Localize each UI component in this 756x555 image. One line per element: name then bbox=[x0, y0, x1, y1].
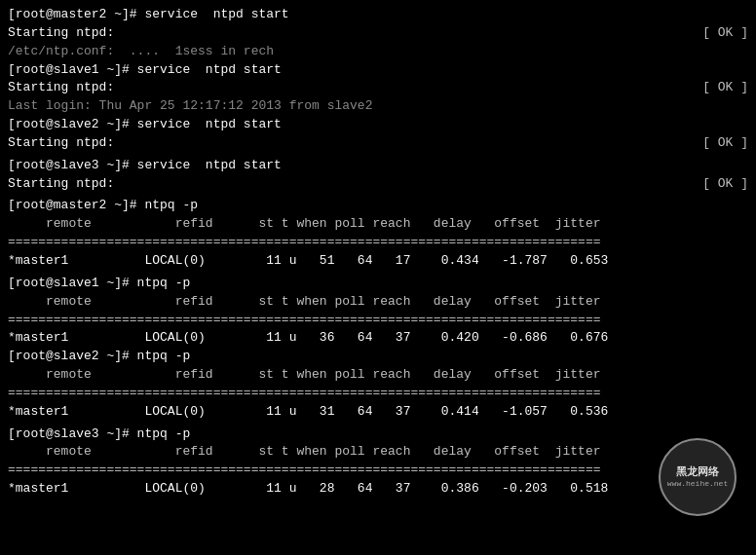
ntpq-header: remote refid st t when poll reach delay … bbox=[8, 293, 748, 312]
terminal-window: [root@master2 ~]# service ntpd start Sta… bbox=[0, 0, 756, 555]
output-text: Starting ntpd: bbox=[8, 175, 456, 194]
terminal-line: [root@slave2 ~]# service ntpd start bbox=[8, 116, 748, 134]
ntpq-header: remote refid st t when poll reach delay … bbox=[8, 443, 748, 462]
ntpq-header: remote refid st t when poll reach delay … bbox=[8, 215, 748, 234]
ok-status: [ OK ] bbox=[702, 79, 748, 97]
terminal-line: /etc/ntp.conf: .... 1sess in rech bbox=[8, 43, 748, 61]
prompt-text: [root@slave3 ~]# service ntpd start bbox=[8, 157, 282, 175]
output-text: Starting ntpd: bbox=[8, 79, 456, 97]
prompt-text: [root@master2 ~]# service ntpd start bbox=[8, 6, 289, 24]
terminal-line: Starting ntpd: [ OK ] bbox=[8, 134, 748, 153]
output-text: Starting ntpd: bbox=[8, 24, 456, 43]
terminal-line: [root@master2 ~]# service ntpd start bbox=[8, 6, 748, 24]
ok-status: [ OK ] bbox=[702, 24, 748, 43]
ntpq-divider: ========================================… bbox=[8, 462, 748, 480]
ntpq-row: *master1 LOCAL(0) 11 u 31 64 37 0.414 -1… bbox=[8, 403, 748, 422]
ntpq-header: remote refid st t when poll reach delay … bbox=[8, 366, 748, 385]
terminal-line: [root@slave2 ~]# ntpq -p bbox=[8, 348, 748, 366]
prompt-text: [root@slave2 ~]# service ntpd start bbox=[8, 116, 282, 134]
terminal-line: [root@master2 ~]# ntpq -p bbox=[8, 197, 748, 215]
terminal-line: [root@slave1 ~]# service ntpd start bbox=[8, 61, 748, 80]
terminal-line: Starting ntpd: [ OK ] bbox=[8, 24, 748, 43]
ntpq-row: *master1 LOCAL(0) 11 u 51 64 17 0.434 -1… bbox=[8, 252, 748, 271]
ntpq-divider: ========================================… bbox=[8, 312, 748, 330]
ntpq-row: *master1 LOCAL(0) 11 u 28 64 37 0.386 -0… bbox=[8, 480, 748, 499]
prompt-text: [root@slave1 ~]# service ntpd start bbox=[8, 61, 282, 80]
ntpq-divider: ========================================… bbox=[8, 234, 748, 252]
ntpq-row: *master1 LOCAL(0) 11 u 36 64 37 0.420 -0… bbox=[8, 329, 748, 348]
terminal-line: [root@slave3 ~]# service ntpd start bbox=[8, 157, 748, 175]
ntpq-divider: ========================================… bbox=[8, 385, 748, 403]
terminal-line: Starting ntpd: [ OK ] bbox=[8, 79, 748, 97]
ok-status: [ OK ] bbox=[702, 134, 748, 153]
terminal-line: [root@slave1 ~]# ntpq -p bbox=[8, 275, 748, 293]
terminal-line: Last login: Thu Apr 25 12:17:12 2013 fro… bbox=[8, 97, 748, 116]
ok-status: [ OK ] bbox=[702, 175, 748, 194]
terminal-line: Starting ntpd: [ OK ] bbox=[8, 175, 748, 194]
output-text: Starting ntpd: bbox=[8, 134, 456, 153]
terminal-line: [root@slave3 ~]# ntpq -p bbox=[8, 426, 748, 444]
